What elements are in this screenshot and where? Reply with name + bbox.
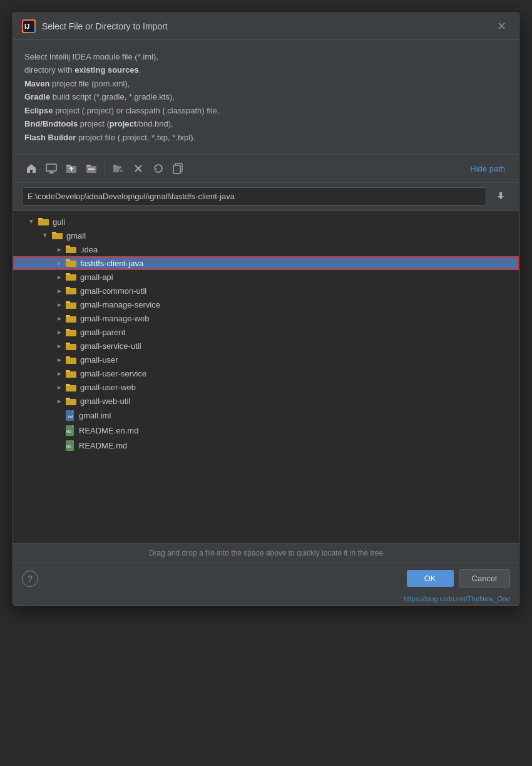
tree-item-gmall-common-util[interactable]: ►gmall-common-util [13,284,519,298]
ok-button[interactable]: OK [407,570,454,587]
tree-arrow-gmall-manage-service: ► [54,299,64,309]
tree-item-gmall-service-util[interactable]: ►gmall-service-util [13,339,519,353]
description-text: Select Intellij IDEA module file (*.iml)… [13,40,519,155]
folder-icon [66,299,80,309]
svg-rect-46 [66,398,70,400]
cancel-button[interactable]: Cancel [459,569,510,587]
tree-label-gmall-iml: gmall.iml [79,411,111,420]
svg-rect-44 [66,384,70,386]
toolbar-separator-1 [105,162,105,175]
new-folder-button[interactable] [109,160,128,177]
tree-item-gmall-iml[interactable]: .imlgmall.iml [13,408,519,423]
folder-icon [66,396,80,406]
tree-item-fastdfs[interactable]: ►fastdfs-client-java [13,256,519,270]
tree-label-readme-en: README.en.md [79,426,138,435]
title-bar: IJ Select File or Directory to Import ✕ [13,13,519,40]
folder-icon [66,272,80,282]
svg-rect-26 [66,259,70,261]
tree-label-readme: README.md [79,441,127,450]
path-input[interactable] [22,187,486,205]
svg-rect-28 [66,273,70,275]
tree-item-gmall-parent[interactable]: ►gmall-parent [13,326,519,339]
folder-show-button[interactable] [82,160,101,177]
tree-label-gmall-user: gmall-user [80,355,118,365]
delete-button[interactable] [129,160,148,177]
tree-item-gmall-user-web[interactable]: ►gmall-user-web [13,381,519,395]
tree-item-gmall-user[interactable]: ►gmall-user [13,353,519,367]
svg-rect-42 [66,370,70,372]
svg-rect-38 [66,343,70,344]
file-tree: ►guli►gmall►.idea►fastdfs-client-java►gm… [13,211,519,543]
svg-rect-18 [173,165,180,173]
tree-arrow-gmall-manage-web: ► [54,314,64,324]
svg-rect-33 [66,316,76,323]
tree-label-guli: guli [53,217,65,227]
tree-label-gmall: gmall [66,231,86,241]
tree-label-gmall-service-util: gmall-service-util [80,341,141,351]
tree-item-readme[interactable]: MDREADME.md [13,438,519,453]
svg-rect-23 [66,247,76,253]
dialog-title: Select File or Directory to Import [42,21,487,31]
folder-icon [66,369,80,379]
tree-arrow-gmall-parent: ► [54,328,64,338]
tree-label-gmall-web-util: gmall-web-util [80,396,130,406]
bottom-bar: ? OK Cancel [13,562,519,594]
svg-rect-29 [66,288,76,294]
tree-arrow-gmall-user-web: ► [54,383,64,393]
tree-item-gmall[interactable]: ►gmall [13,229,519,242]
svg-text:IJ: IJ [24,23,29,30]
tree-item-gmall-user-service[interactable]: ►gmall-user-service [13,367,519,381]
svg-rect-19 [38,219,49,225]
close-button[interactable]: ✕ [493,19,510,33]
folder-up-button[interactable] [62,160,81,177]
tree-item-gmall-manage-web[interactable]: ►gmall-manage-web [13,312,519,326]
svg-text:MD: MD [66,445,71,448]
svg-rect-39 [66,358,76,364]
svg-rect-34 [66,315,70,317]
tree-arrow-gmall-user-service: ► [54,369,64,379]
svg-rect-2 [46,164,56,171]
tree-item-readme-en[interactable]: MDREADME.en.md [13,423,519,438]
refresh-button[interactable] [149,160,168,177]
tree-label-gmall-manage-service: gmall-manage-service [80,300,160,309]
svg-rect-36 [66,329,70,331]
tree-arrow-gmall-service-util: ► [54,341,64,351]
tree-item-idea[interactable]: ►.idea [13,242,519,256]
tree-label-gmall-common-util: gmall-common-util [80,286,146,296]
svg-rect-24 [66,246,70,247]
watermark: https://blog.csdn.net/TheNew_One [13,594,519,605]
svg-text:.iml: .iml [67,415,73,418]
drag-drop-hint: Drag and drop a file into the space abov… [13,543,519,562]
svg-rect-45 [66,399,76,405]
home-button[interactable] [22,160,41,177]
tree-arrow-fastdfs: ► [54,258,64,268]
svg-rect-21 [52,233,63,239]
desktop-button[interactable] [42,160,61,177]
tree-label-idea: .idea [80,245,98,254]
tree-label-gmall-user-service: gmall-user-service [80,369,146,378]
tree-arrow-gmall-user: ► [54,355,64,365]
toolbar: Hide path [13,155,519,183]
svg-rect-8 [86,165,91,167]
svg-rect-11 [113,165,117,167]
tree-label-gmall-api: gmall-api [80,272,113,282]
app-icon: IJ [22,19,36,33]
help-button[interactable]: ? [22,571,38,587]
copy-path-button[interactable] [169,160,188,177]
hide-path-button[interactable]: Hide path [465,162,510,176]
svg-rect-37 [66,344,76,350]
tree-label-gmall-parent: gmall-parent [80,328,125,337]
folder-icon [66,314,80,324]
tree-item-gmall-api[interactable]: ►gmall-api [13,270,519,284]
dialog-window: IJ Select File or Directory to Import ✕ … [13,13,519,606]
tree-item-gmall-web-util[interactable]: ►gmall-web-util [13,395,519,408]
path-browse-button[interactable] [491,187,510,205]
folder-icon [52,230,66,241]
tree-arrow-gmall: ► [41,230,51,241]
tree-item-guli[interactable]: ►guli [13,215,519,229]
folder-icon [66,383,80,393]
folder-icon [66,341,80,351]
tree-item-gmall-manage-service[interactable]: ►gmall-manage-service [13,298,519,311]
svg-rect-31 [66,303,76,309]
svg-rect-27 [66,274,76,281]
